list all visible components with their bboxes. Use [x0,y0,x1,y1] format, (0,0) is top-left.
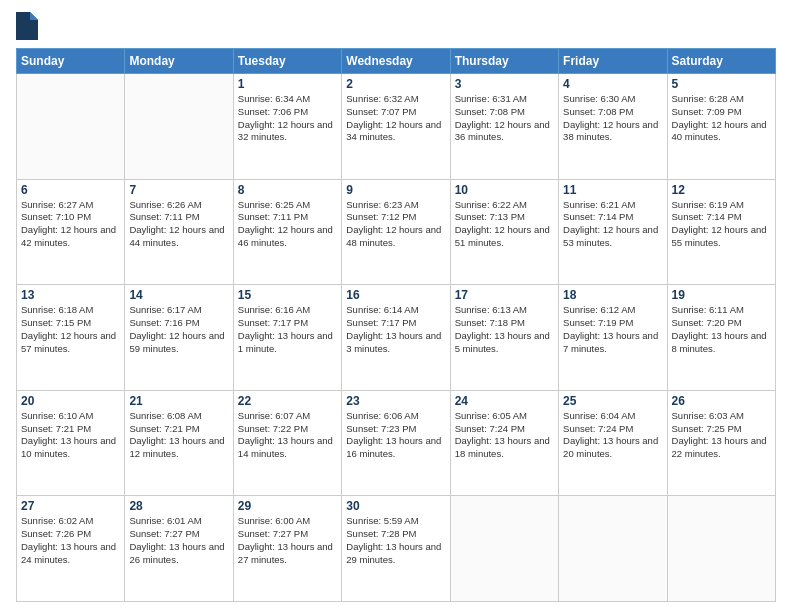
day-number: 24 [455,394,554,408]
day-cell: 28Sunrise: 6:01 AM Sunset: 7:27 PM Dayli… [125,496,233,602]
day-info: Sunrise: 6:30 AM Sunset: 7:08 PM Dayligh… [563,93,662,144]
day-cell [450,496,558,602]
day-number: 26 [672,394,771,408]
day-info: Sunrise: 5:59 AM Sunset: 7:28 PM Dayligh… [346,515,445,566]
header [16,10,776,40]
day-cell: 20Sunrise: 6:10 AM Sunset: 7:21 PM Dayli… [17,390,125,496]
day-cell: 24Sunrise: 6:05 AM Sunset: 7:24 PM Dayli… [450,390,558,496]
day-info: Sunrise: 6:00 AM Sunset: 7:27 PM Dayligh… [238,515,337,566]
day-number: 21 [129,394,228,408]
day-info: Sunrise: 6:03 AM Sunset: 7:25 PM Dayligh… [672,410,771,461]
day-number: 5 [672,77,771,91]
day-cell: 4Sunrise: 6:30 AM Sunset: 7:08 PM Daylig… [559,74,667,180]
day-info: Sunrise: 6:25 AM Sunset: 7:11 PM Dayligh… [238,199,337,250]
day-info: Sunrise: 6:07 AM Sunset: 7:22 PM Dayligh… [238,410,337,461]
day-cell: 22Sunrise: 6:07 AM Sunset: 7:22 PM Dayli… [233,390,341,496]
day-number: 23 [346,394,445,408]
day-info: Sunrise: 6:02 AM Sunset: 7:26 PM Dayligh… [21,515,120,566]
weekday-tuesday: Tuesday [233,49,341,74]
day-number: 27 [21,499,120,513]
day-cell: 11Sunrise: 6:21 AM Sunset: 7:14 PM Dayli… [559,179,667,285]
day-number: 22 [238,394,337,408]
day-info: Sunrise: 6:32 AM Sunset: 7:07 PM Dayligh… [346,93,445,144]
day-cell: 5Sunrise: 6:28 AM Sunset: 7:09 PM Daylig… [667,74,775,180]
day-info: Sunrise: 6:08 AM Sunset: 7:21 PM Dayligh… [129,410,228,461]
day-cell: 1Sunrise: 6:34 AM Sunset: 7:06 PM Daylig… [233,74,341,180]
day-number: 29 [238,499,337,513]
day-number: 10 [455,183,554,197]
week-row-2: 6Sunrise: 6:27 AM Sunset: 7:10 PM Daylig… [17,179,776,285]
day-number: 6 [21,183,120,197]
day-info: Sunrise: 6:13 AM Sunset: 7:18 PM Dayligh… [455,304,554,355]
day-number: 18 [563,288,662,302]
weekday-thursday: Thursday [450,49,558,74]
week-row-5: 27Sunrise: 6:02 AM Sunset: 7:26 PM Dayli… [17,496,776,602]
day-cell: 2Sunrise: 6:32 AM Sunset: 7:07 PM Daylig… [342,74,450,180]
day-info: Sunrise: 6:23 AM Sunset: 7:12 PM Dayligh… [346,199,445,250]
day-info: Sunrise: 6:19 AM Sunset: 7:14 PM Dayligh… [672,199,771,250]
logo-icon [16,12,38,40]
day-info: Sunrise: 6:11 AM Sunset: 7:20 PM Dayligh… [672,304,771,355]
day-cell: 30Sunrise: 5:59 AM Sunset: 7:28 PM Dayli… [342,496,450,602]
day-info: Sunrise: 6:05 AM Sunset: 7:24 PM Dayligh… [455,410,554,461]
logo [16,14,40,40]
day-cell: 3Sunrise: 6:31 AM Sunset: 7:08 PM Daylig… [450,74,558,180]
day-number: 11 [563,183,662,197]
day-info: Sunrise: 6:16 AM Sunset: 7:17 PM Dayligh… [238,304,337,355]
day-cell: 14Sunrise: 6:17 AM Sunset: 7:16 PM Dayli… [125,285,233,391]
day-number: 19 [672,288,771,302]
day-info: Sunrise: 6:04 AM Sunset: 7:24 PM Dayligh… [563,410,662,461]
day-cell: 8Sunrise: 6:25 AM Sunset: 7:11 PM Daylig… [233,179,341,285]
day-cell: 12Sunrise: 6:19 AM Sunset: 7:14 PM Dayli… [667,179,775,285]
day-cell: 21Sunrise: 6:08 AM Sunset: 7:21 PM Dayli… [125,390,233,496]
day-info: Sunrise: 6:18 AM Sunset: 7:15 PM Dayligh… [21,304,120,355]
day-cell: 26Sunrise: 6:03 AM Sunset: 7:25 PM Dayli… [667,390,775,496]
weekday-header-row: SundayMondayTuesdayWednesdayThursdayFrid… [17,49,776,74]
day-number: 9 [346,183,445,197]
day-number: 30 [346,499,445,513]
svg-marker-1 [30,12,38,20]
day-cell: 9Sunrise: 6:23 AM Sunset: 7:12 PM Daylig… [342,179,450,285]
day-number: 16 [346,288,445,302]
day-number: 3 [455,77,554,91]
week-row-4: 20Sunrise: 6:10 AM Sunset: 7:21 PM Dayli… [17,390,776,496]
day-number: 15 [238,288,337,302]
day-info: Sunrise: 6:26 AM Sunset: 7:11 PM Dayligh… [129,199,228,250]
svg-marker-0 [16,12,38,40]
day-cell: 17Sunrise: 6:13 AM Sunset: 7:18 PM Dayli… [450,285,558,391]
day-number: 12 [672,183,771,197]
day-number: 2 [346,77,445,91]
day-number: 17 [455,288,554,302]
day-number: 4 [563,77,662,91]
week-row-3: 13Sunrise: 6:18 AM Sunset: 7:15 PM Dayli… [17,285,776,391]
day-cell: 15Sunrise: 6:16 AM Sunset: 7:17 PM Dayli… [233,285,341,391]
day-number: 14 [129,288,228,302]
day-cell [17,74,125,180]
day-info: Sunrise: 6:06 AM Sunset: 7:23 PM Dayligh… [346,410,445,461]
day-cell [667,496,775,602]
weekday-friday: Friday [559,49,667,74]
day-number: 20 [21,394,120,408]
day-info: Sunrise: 6:34 AM Sunset: 7:06 PM Dayligh… [238,93,337,144]
calendar-table: SundayMondayTuesdayWednesdayThursdayFrid… [16,48,776,602]
day-info: Sunrise: 6:12 AM Sunset: 7:19 PM Dayligh… [563,304,662,355]
day-cell: 10Sunrise: 6:22 AM Sunset: 7:13 PM Dayli… [450,179,558,285]
day-info: Sunrise: 6:17 AM Sunset: 7:16 PM Dayligh… [129,304,228,355]
day-cell [559,496,667,602]
weekday-wednesday: Wednesday [342,49,450,74]
day-number: 28 [129,499,228,513]
day-cell: 19Sunrise: 6:11 AM Sunset: 7:20 PM Dayli… [667,285,775,391]
day-number: 25 [563,394,662,408]
day-info: Sunrise: 6:01 AM Sunset: 7:27 PM Dayligh… [129,515,228,566]
day-number: 13 [21,288,120,302]
day-cell: 29Sunrise: 6:00 AM Sunset: 7:27 PM Dayli… [233,496,341,602]
day-cell: 6Sunrise: 6:27 AM Sunset: 7:10 PM Daylig… [17,179,125,285]
weekday-sunday: Sunday [17,49,125,74]
day-cell: 13Sunrise: 6:18 AM Sunset: 7:15 PM Dayli… [17,285,125,391]
day-cell: 18Sunrise: 6:12 AM Sunset: 7:19 PM Dayli… [559,285,667,391]
day-info: Sunrise: 6:21 AM Sunset: 7:14 PM Dayligh… [563,199,662,250]
weekday-monday: Monday [125,49,233,74]
day-cell: 25Sunrise: 6:04 AM Sunset: 7:24 PM Dayli… [559,390,667,496]
day-info: Sunrise: 6:31 AM Sunset: 7:08 PM Dayligh… [455,93,554,144]
day-info: Sunrise: 6:28 AM Sunset: 7:09 PM Dayligh… [672,93,771,144]
